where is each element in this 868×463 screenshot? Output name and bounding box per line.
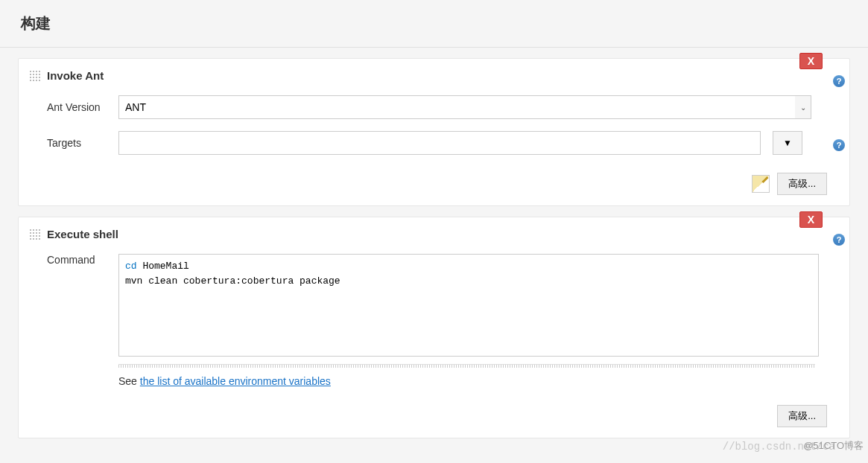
- step-title: Invoke Ant: [47, 69, 104, 82]
- help-icon[interactable]: ?: [833, 139, 845, 151]
- delete-step-button[interactable]: X: [799, 211, 823, 228]
- command-label: Command: [47, 254, 118, 266]
- drag-handle-icon[interactable]: [29, 229, 41, 240]
- see-prefix: See: [118, 375, 140, 387]
- ant-version-label: Ant Version: [47, 101, 118, 113]
- targets-label: Targets: [47, 137, 118, 149]
- ant-version-row: Ant Version ⌄: [29, 95, 836, 119]
- targets-input[interactable]: [118, 131, 761, 155]
- chevron-down-icon[interactable]: ⌄: [795, 95, 811, 119]
- section-title: 构建: [0, 0, 868, 48]
- watermark-text-2: @51CTO博客: [803, 439, 864, 453]
- env-vars-hint: See the list of available environment va…: [29, 375, 836, 387]
- step-title: Execute shell: [47, 228, 118, 240]
- command-row: Command cd HomeMail mvn clean cobertura:…: [29, 254, 836, 357]
- build-step-execute-shell: X ? Execute shell Command cd HomeMail mv…: [18, 217, 850, 438]
- advanced-row: 高级...: [29, 399, 836, 427]
- targets-row: Targets ▼: [29, 131, 836, 155]
- advanced-row: 高级...: [29, 167, 836, 195]
- build-step-invoke-ant: X ? ? Invoke Ant Ant Version ⌄ Targets ▼…: [18, 58, 850, 206]
- expand-targets-button[interactable]: ▼: [773, 131, 802, 155]
- drag-handle-icon[interactable]: [29, 70, 41, 82]
- resize-handle[interactable]: [118, 364, 815, 368]
- env-vars-link[interactable]: the list of available environment variab…: [140, 375, 331, 387]
- step-header: Execute shell: [29, 228, 836, 240]
- advanced-button[interactable]: 高级...: [777, 173, 827, 195]
- watermark-text: //blog.csdn.net/ca: [723, 441, 835, 453]
- step-header: Invoke Ant: [29, 69, 836, 82]
- delete-step-button[interactable]: X: [799, 53, 823, 69]
- advanced-button[interactable]: 高级...: [777, 405, 827, 427]
- ant-version-select[interactable]: [118, 95, 795, 119]
- command-textarea[interactable]: cd HomeMail mvn clean cobertura:cobertur…: [118, 254, 819, 357]
- help-icon[interactable]: ?: [833, 75, 845, 87]
- help-icon[interactable]: ?: [833, 234, 845, 246]
- edit-icon[interactable]: [752, 175, 770, 193]
